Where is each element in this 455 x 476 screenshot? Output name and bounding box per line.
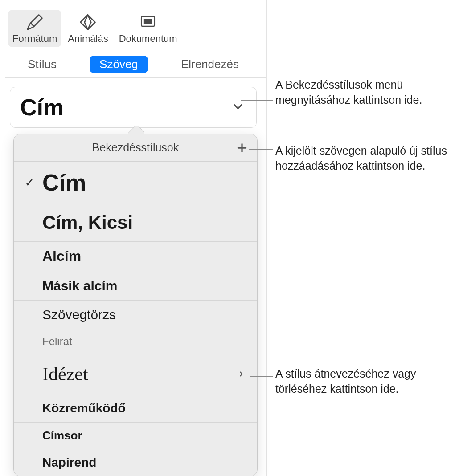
checkmark-icon: ✓ bbox=[25, 175, 42, 190]
style-item-masik-alcim[interactable]: Másik alcím bbox=[14, 271, 257, 301]
style-item-cimsor[interactable]: Címsor bbox=[14, 423, 257, 449]
style-item-napirend[interactable]: Napirend bbox=[14, 449, 257, 476]
document-sliver bbox=[0, 76, 5, 476]
style-item-szovegtorzs[interactable]: Szövegtörzs bbox=[14, 301, 257, 329]
popover-arrow bbox=[128, 126, 144, 134]
style-name: Napirend bbox=[42, 456, 246, 470]
diamond-icon bbox=[76, 12, 99, 32]
style-list: ✓ Cím Cím, Kicsi Alcím Másik alcím bbox=[14, 162, 257, 476]
popover-header: Bekezdésstílusok bbox=[14, 134, 257, 162]
tab-style[interactable]: Stílus bbox=[18, 56, 66, 73]
toolbar-animate-label: Animálás bbox=[68, 33, 108, 45]
add-style-button[interactable] bbox=[235, 141, 249, 155]
style-name: Cím bbox=[42, 169, 246, 196]
style-name: Másik alcím bbox=[42, 278, 246, 293]
toolbar-document-button[interactable]: Dokumentum bbox=[115, 10, 182, 47]
toolbar-format-button[interactable]: Formátum bbox=[8, 10, 61, 47]
callout-rename-delete: A stílus átnevezéséhez vagy törléséhez k… bbox=[275, 366, 454, 397]
style-name: Szövegtörzs bbox=[42, 307, 246, 322]
paragraph-style-current: Cím bbox=[20, 94, 64, 121]
toolbar-animate-button[interactable]: Animálás bbox=[63, 10, 112, 47]
style-item-cim-kicsi[interactable]: Cím, Kicsi bbox=[14, 203, 257, 242]
document-icon bbox=[136, 12, 160, 32]
callout-add-style: A kijelölt szövegen alapuló új stílus ho… bbox=[275, 143, 454, 174]
style-name: Címsor bbox=[42, 429, 246, 443]
popover-title: Bekezdésstílusok bbox=[92, 141, 179, 154]
callout-leader-line bbox=[241, 100, 273, 101]
toolbar-document-label: Dokumentum bbox=[119, 33, 177, 45]
chevron-right-icon[interactable] bbox=[236, 370, 246, 378]
inspector-tabs: Stílus Szöveg Elrendezés bbox=[0, 51, 266, 78]
top-toolbar: Formátum Animálás Dokumentum bbox=[0, 0, 266, 51]
style-item-alcim[interactable]: Alcím bbox=[14, 242, 257, 271]
style-name: Közreműködő bbox=[42, 401, 246, 415]
chevron-down-icon bbox=[232, 101, 244, 114]
style-item-kozremukodo[interactable]: Közreműködő bbox=[14, 394, 257, 423]
style-name: Felirat bbox=[42, 335, 246, 348]
style-item-idezet[interactable]: Idézet bbox=[14, 354, 257, 394]
tab-text[interactable]: Szöveg bbox=[90, 56, 148, 73]
callout-open-menu: A Bekezdésstílusok menü megnyitásához ka… bbox=[275, 77, 454, 108]
style-item-cim[interactable]: ✓ Cím bbox=[14, 162, 257, 203]
paragraph-styles-popover: Bekezdésstílusok ✓ Cím Cím, Kicsi bbox=[13, 134, 258, 476]
callout-leader-line bbox=[250, 376, 273, 377]
style-item-felirat[interactable]: Felirat bbox=[14, 329, 257, 354]
style-name: Idézet bbox=[42, 363, 236, 385]
callout-leader-line bbox=[249, 149, 273, 150]
tab-layout[interactable]: Elrendezés bbox=[171, 56, 249, 73]
svg-rect-1 bbox=[144, 19, 152, 24]
style-name: Cím, Kicsi bbox=[42, 212, 246, 233]
style-name: Alcím bbox=[42, 248, 246, 264]
paintbrush-icon bbox=[23, 12, 46, 32]
toolbar-format-label: Formátum bbox=[12, 33, 57, 45]
paragraph-style-selector[interactable]: Cím bbox=[10, 87, 257, 128]
inspector-panel: Formátum Animálás Dokumentum Stílus Szöv bbox=[0, 0, 267, 476]
